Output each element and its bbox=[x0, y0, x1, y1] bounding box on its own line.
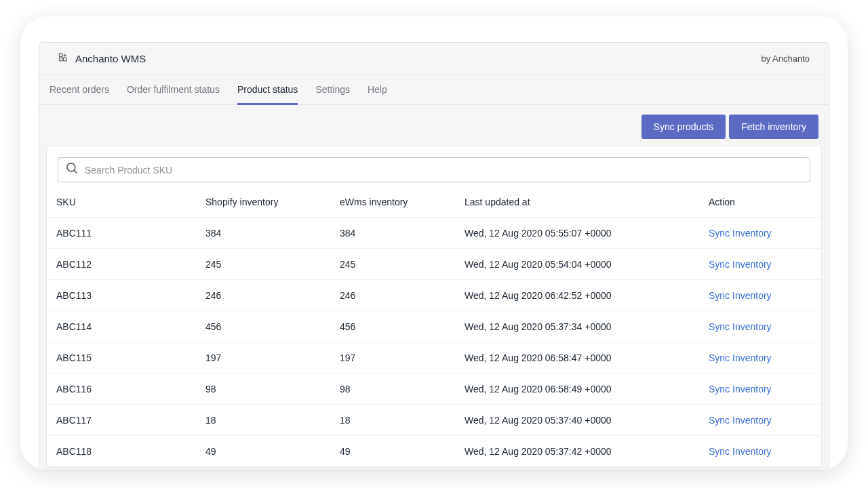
col-last-updated: Last updated at bbox=[465, 197, 709, 207]
cell-sku: ABC112 bbox=[56, 259, 205, 270]
cell-shopify-inventory: 18 bbox=[205, 415, 340, 426]
svg-rect-1 bbox=[60, 58, 63, 61]
cell-shopify-inventory: 384 bbox=[205, 228, 340, 239]
sync-inventory-link[interactable]: Sync Inventory bbox=[709, 352, 772, 363]
cell-ewms-inventory: 384 bbox=[340, 228, 465, 239]
table-row: ABC1169898Wed, 12 Aug 2020 06:58:49 +000… bbox=[47, 373, 821, 405]
cell-sku: ABC114 bbox=[56, 321, 205, 332]
sync-inventory-link[interactable]: Sync Inventory bbox=[709, 415, 772, 426]
tab-product-status[interactable]: Product status bbox=[237, 76, 298, 105]
cell-sku: ABC113 bbox=[56, 290, 205, 301]
tabs: Recent orders Order fulfilment status Pr… bbox=[39, 75, 829, 105]
sync-inventory-link[interactable]: Sync Inventory bbox=[709, 446, 772, 457]
cell-last-updated: Wed, 12 Aug 2020 05:54:04 +0000 bbox=[465, 259, 709, 270]
search-input[interactable] bbox=[85, 165, 802, 176]
search-field[interactable] bbox=[58, 157, 810, 182]
cell-last-updated: Wed, 12 Aug 2020 06:58:47 +0000 bbox=[465, 352, 709, 363]
cell-shopify-inventory: 197 bbox=[205, 352, 340, 363]
content-card: SKU Shopify inventory eWms inventory Las… bbox=[46, 146, 822, 468]
table-body: ABC111384384Wed, 12 Aug 2020 05:55:07 +0… bbox=[47, 218, 821, 467]
col-ewms-inventory: eWms inventory bbox=[340, 197, 465, 207]
product-table: SKU Shopify inventory eWms inventory Las… bbox=[47, 186, 821, 467]
cell-last-updated: Wed, 12 Aug 2020 05:55:07 +0000 bbox=[465, 228, 709, 239]
table-header: SKU Shopify inventory eWms inventory Las… bbox=[47, 186, 821, 218]
cell-shopify-inventory: 98 bbox=[205, 384, 340, 394]
tab-recent-orders[interactable]: Recent orders bbox=[50, 76, 109, 105]
header-left: Anchanto WMS bbox=[58, 52, 146, 65]
table-row: ABC112245245Wed, 12 Aug 2020 05:54:04 +0… bbox=[47, 249, 821, 280]
table-row: ABC1184949Wed, 12 Aug 2020 05:37:42 +000… bbox=[47, 436, 821, 467]
fetch-inventory-button[interactable]: Fetch inventory bbox=[729, 115, 818, 139]
col-shopify-inventory: Shopify inventory bbox=[205, 197, 340, 207]
col-sku: SKU bbox=[56, 197, 205, 207]
cell-last-updated: Wed, 12 Aug 2020 05:37:42 +0000 bbox=[465, 446, 709, 457]
app-window: Anchanto WMS by Anchanto Recent orders O… bbox=[20, 16, 848, 470]
cell-sku: ABC111 bbox=[56, 228, 205, 239]
cell-ewms-inventory: 197 bbox=[340, 352, 465, 363]
cell-ewms-inventory: 246 bbox=[340, 290, 465, 301]
byline: by Anchanto bbox=[761, 54, 810, 64]
cell-ewms-inventory: 245 bbox=[340, 259, 465, 270]
cell-ewms-inventory: 49 bbox=[340, 446, 465, 457]
sync-inventory-link[interactable]: Sync Inventory bbox=[709, 228, 772, 239]
cell-shopify-inventory: 245 bbox=[205, 259, 340, 270]
table-row: ABC1171818Wed, 12 Aug 2020 05:37:40 +000… bbox=[47, 405, 821, 436]
table-row: ABC115197197Wed, 12 Aug 2020 06:58:47 +0… bbox=[47, 342, 821, 373]
sync-inventory-link[interactable]: Sync Inventory bbox=[709, 384, 772, 394]
header: Anchanto WMS by Anchanto bbox=[39, 43, 829, 75]
cell-shopify-inventory: 456 bbox=[205, 321, 340, 332]
cell-last-updated: Wed, 12 Aug 2020 05:37:40 +0000 bbox=[465, 415, 709, 426]
cell-ewms-inventory: 456 bbox=[340, 321, 465, 332]
cell-sku: ABC118 bbox=[56, 446, 205, 457]
cell-last-updated: Wed, 12 Aug 2020 05:37:34 +0000 bbox=[465, 321, 709, 332]
sync-inventory-link[interactable]: Sync Inventory bbox=[709, 321, 772, 332]
cell-sku: ABC117 bbox=[56, 415, 205, 426]
sync-inventory-link[interactable]: Sync Inventory bbox=[709, 290, 772, 301]
tab-order-fulfilment-status[interactable]: Order fulfilment status bbox=[127, 76, 220, 105]
tab-settings[interactable]: Settings bbox=[315, 76, 350, 105]
col-action: Action bbox=[709, 197, 812, 207]
svg-rect-0 bbox=[60, 54, 63, 57]
app-title: Anchanto WMS bbox=[75, 53, 146, 64]
cell-shopify-inventory: 246 bbox=[205, 290, 340, 301]
sync-inventory-link[interactable]: Sync Inventory bbox=[709, 259, 772, 270]
table-row: ABC113246246Wed, 12 Aug 2020 06:42:52 +0… bbox=[47, 280, 821, 311]
cell-ewms-inventory: 18 bbox=[340, 415, 465, 426]
search-wrap bbox=[47, 157, 821, 186]
toolbar: Sync products Fetch inventory bbox=[39, 105, 829, 139]
cell-last-updated: Wed, 12 Aug 2020 06:42:52 +0000 bbox=[465, 290, 709, 301]
table-row: ABC114456456Wed, 12 Aug 2020 05:37:34 +0… bbox=[47, 311, 821, 342]
sync-products-button[interactable]: Sync products bbox=[642, 115, 726, 139]
cell-ewms-inventory: 98 bbox=[340, 384, 465, 394]
cell-last-updated: Wed, 12 Aug 2020 06:58:49 +0000 bbox=[465, 384, 709, 394]
app-inner: Anchanto WMS by Anchanto Recent orders O… bbox=[39, 42, 829, 470]
search-icon bbox=[66, 163, 78, 177]
cell-shopify-inventory: 49 bbox=[205, 446, 340, 457]
cell-sku: ABC116 bbox=[56, 384, 205, 394]
tab-help[interactable]: Help bbox=[368, 76, 387, 105]
svg-rect-2 bbox=[64, 58, 67, 61]
table-row: ABC111384384Wed, 12 Aug 2020 05:55:07 +0… bbox=[47, 218, 821, 249]
cell-sku: ABC115 bbox=[56, 352, 205, 363]
app-icon bbox=[58, 52, 68, 65]
